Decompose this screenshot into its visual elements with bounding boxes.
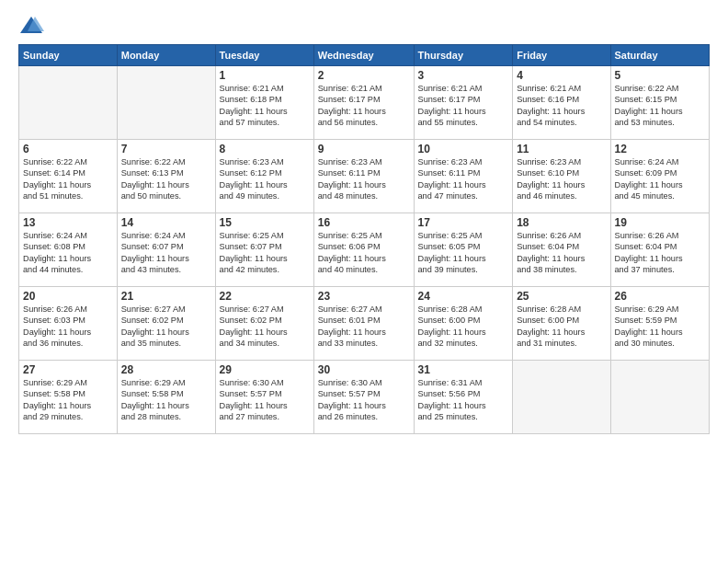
calendar-day-cell: 4Sunrise: 6:21 AM Sunset: 6:16 PM Daylig… bbox=[513, 66, 610, 140]
day-info: Sunrise: 6:23 AM Sunset: 6:10 PM Dayligh… bbox=[517, 156, 606, 202]
day-number: 5 bbox=[615, 69, 706, 82]
calendar-day-cell: 12Sunrise: 6:24 AM Sunset: 6:09 PM Dayli… bbox=[610, 140, 710, 213]
day-number: 1 bbox=[220, 69, 310, 82]
day-info: Sunrise: 6:30 AM Sunset: 5:57 PM Dayligh… bbox=[318, 377, 410, 423]
header bbox=[18, 15, 710, 37]
calendar-day-cell: 1Sunrise: 6:21 AM Sunset: 6:18 PM Daylig… bbox=[215, 66, 313, 140]
calendar-day-cell: 9Sunrise: 6:23 AM Sunset: 6:11 PM Daylig… bbox=[313, 140, 414, 213]
day-info: Sunrise: 6:23 AM Sunset: 6:11 PM Dayligh… bbox=[318, 156, 410, 202]
day-header: Tuesday bbox=[215, 45, 313, 66]
day-info: Sunrise: 6:29 AM Sunset: 5:58 PM Dayligh… bbox=[23, 377, 113, 423]
day-header: Thursday bbox=[414, 45, 513, 66]
day-header: Sunday bbox=[19, 45, 118, 66]
day-number: 2 bbox=[318, 69, 410, 82]
calendar-day-cell: 31Sunrise: 6:31 AM Sunset: 5:56 PM Dayli… bbox=[414, 361, 513, 434]
day-info: Sunrise: 6:22 AM Sunset: 6:13 PM Dayligh… bbox=[121, 156, 211, 202]
day-number: 9 bbox=[318, 143, 410, 155]
day-number: 26 bbox=[615, 290, 706, 303]
day-info: Sunrise: 6:22 AM Sunset: 6:15 PM Dayligh… bbox=[615, 83, 706, 129]
day-number: 14 bbox=[121, 216, 211, 229]
day-info: Sunrise: 6:21 AM Sunset: 6:16 PM Dayligh… bbox=[517, 83, 606, 129]
calendar-week-row: 13Sunrise: 6:24 AM Sunset: 6:08 PM Dayli… bbox=[19, 213, 710, 287]
calendar-day-cell: 21Sunrise: 6:27 AM Sunset: 6:02 PM Dayli… bbox=[117, 287, 215, 361]
day-info: Sunrise: 6:25 AM Sunset: 6:05 PM Dayligh… bbox=[418, 230, 509, 276]
day-info: Sunrise: 6:26 AM Sunset: 6:04 PM Dayligh… bbox=[615, 230, 706, 276]
calendar-day-cell: 27Sunrise: 6:29 AM Sunset: 5:58 PM Dayli… bbox=[19, 361, 118, 434]
day-info: Sunrise: 6:23 AM Sunset: 6:12 PM Dayligh… bbox=[220, 156, 310, 202]
day-header: Monday bbox=[117, 45, 215, 66]
calendar-day-cell: 10Sunrise: 6:23 AM Sunset: 6:11 PM Dayli… bbox=[414, 140, 513, 213]
day-number: 30 bbox=[318, 363, 410, 376]
calendar-day-cell: 19Sunrise: 6:26 AM Sunset: 6:04 PM Dayli… bbox=[610, 213, 710, 287]
day-number: 28 bbox=[121, 363, 211, 376]
day-number: 18 bbox=[517, 216, 606, 229]
day-number: 4 bbox=[517, 69, 606, 82]
day-number: 20 bbox=[23, 290, 113, 303]
day-number: 31 bbox=[418, 363, 509, 376]
day-number: 7 bbox=[121, 143, 211, 155]
calendar-body: 1Sunrise: 6:21 AM Sunset: 6:18 PM Daylig… bbox=[19, 66, 710, 434]
calendar-day-cell: 3Sunrise: 6:21 AM Sunset: 6:17 PM Daylig… bbox=[414, 66, 513, 140]
day-info: Sunrise: 6:25 AM Sunset: 6:07 PM Dayligh… bbox=[220, 230, 310, 276]
day-number: 6 bbox=[23, 143, 113, 155]
day-number: 17 bbox=[418, 216, 509, 229]
calendar-day-cell: 24Sunrise: 6:28 AM Sunset: 6:00 PM Dayli… bbox=[414, 287, 513, 361]
calendar-day-cell: 23Sunrise: 6:27 AM Sunset: 6:01 PM Dayli… bbox=[313, 287, 414, 361]
day-info: Sunrise: 6:31 AM Sunset: 5:56 PM Dayligh… bbox=[418, 377, 509, 423]
calendar-day-cell: 2Sunrise: 6:21 AM Sunset: 6:17 PM Daylig… bbox=[313, 66, 414, 140]
day-info: Sunrise: 6:24 AM Sunset: 6:07 PM Dayligh… bbox=[121, 230, 211, 276]
day-info: Sunrise: 6:28 AM Sunset: 6:00 PM Dayligh… bbox=[517, 304, 606, 350]
calendar-day-cell: 8Sunrise: 6:23 AM Sunset: 6:12 PM Daylig… bbox=[215, 140, 313, 213]
calendar-day-cell bbox=[610, 361, 710, 434]
day-number: 29 bbox=[220, 363, 310, 376]
calendar-day-cell bbox=[117, 66, 215, 140]
calendar: SundayMondayTuesdayWednesdayThursdayFrid… bbox=[18, 44, 710, 434]
page: SundayMondayTuesdayWednesdayThursdayFrid… bbox=[0, 0, 728, 563]
calendar-day-cell bbox=[513, 361, 610, 434]
day-info: Sunrise: 6:26 AM Sunset: 6:04 PM Dayligh… bbox=[517, 230, 606, 276]
calendar-day-cell: 7Sunrise: 6:22 AM Sunset: 6:13 PM Daylig… bbox=[117, 140, 215, 213]
calendar-day-cell: 25Sunrise: 6:28 AM Sunset: 6:00 PM Dayli… bbox=[513, 287, 610, 361]
day-info: Sunrise: 6:26 AM Sunset: 6:03 PM Dayligh… bbox=[23, 304, 113, 350]
day-number: 11 bbox=[517, 143, 606, 155]
day-number: 12 bbox=[615, 143, 706, 155]
day-header: Friday bbox=[513, 45, 610, 66]
day-number: 27 bbox=[23, 363, 113, 376]
day-info: Sunrise: 6:27 AM Sunset: 6:01 PM Dayligh… bbox=[318, 304, 410, 350]
calendar-day-cell: 26Sunrise: 6:29 AM Sunset: 5:59 PM Dayli… bbox=[610, 287, 710, 361]
day-info: Sunrise: 6:23 AM Sunset: 6:11 PM Dayligh… bbox=[418, 156, 509, 202]
calendar-day-cell: 15Sunrise: 6:25 AM Sunset: 6:07 PM Dayli… bbox=[215, 213, 313, 287]
day-number: 8 bbox=[220, 143, 310, 155]
day-number: 13 bbox=[23, 216, 113, 229]
calendar-day-cell: 29Sunrise: 6:30 AM Sunset: 5:57 PM Dayli… bbox=[215, 361, 313, 434]
logo bbox=[18, 15, 48, 37]
day-header: Saturday bbox=[610, 45, 710, 66]
calendar-header: SundayMondayTuesdayWednesdayThursdayFrid… bbox=[19, 45, 710, 66]
calendar-day-cell: 30Sunrise: 6:30 AM Sunset: 5:57 PM Dayli… bbox=[313, 361, 414, 434]
day-info: Sunrise: 6:24 AM Sunset: 6:09 PM Dayligh… bbox=[615, 156, 706, 202]
day-info: Sunrise: 6:21 AM Sunset: 6:18 PM Dayligh… bbox=[220, 83, 310, 129]
calendar-day-cell: 5Sunrise: 6:22 AM Sunset: 6:15 PM Daylig… bbox=[610, 66, 710, 140]
calendar-day-cell: 6Sunrise: 6:22 AM Sunset: 6:14 PM Daylig… bbox=[19, 140, 118, 213]
day-number: 10 bbox=[418, 143, 509, 155]
calendar-day-cell: 20Sunrise: 6:26 AM Sunset: 6:03 PM Dayli… bbox=[19, 287, 118, 361]
day-header: Wednesday bbox=[313, 45, 414, 66]
calendar-day-cell: 11Sunrise: 6:23 AM Sunset: 6:10 PM Dayli… bbox=[513, 140, 610, 213]
day-info: Sunrise: 6:28 AM Sunset: 6:00 PM Dayligh… bbox=[418, 304, 509, 350]
calendar-day-cell bbox=[19, 66, 118, 140]
day-number: 24 bbox=[418, 290, 509, 303]
logo-icon bbox=[18, 15, 44, 37]
day-info: Sunrise: 6:29 AM Sunset: 5:59 PM Dayligh… bbox=[615, 304, 706, 350]
calendar-day-cell: 22Sunrise: 6:27 AM Sunset: 6:02 PM Dayli… bbox=[215, 287, 313, 361]
day-number: 19 bbox=[615, 216, 706, 229]
calendar-day-cell: 17Sunrise: 6:25 AM Sunset: 6:05 PM Dayli… bbox=[414, 213, 513, 287]
day-info: Sunrise: 6:21 AM Sunset: 6:17 PM Dayligh… bbox=[418, 83, 509, 129]
calendar-week-row: 1Sunrise: 6:21 AM Sunset: 6:18 PM Daylig… bbox=[19, 66, 710, 140]
day-number: 23 bbox=[318, 290, 410, 303]
header-row: SundayMondayTuesdayWednesdayThursdayFrid… bbox=[19, 45, 710, 66]
day-number: 21 bbox=[121, 290, 211, 303]
calendar-week-row: 6Sunrise: 6:22 AM Sunset: 6:14 PM Daylig… bbox=[19, 140, 710, 213]
day-info: Sunrise: 6:24 AM Sunset: 6:08 PM Dayligh… bbox=[23, 230, 113, 276]
day-number: 3 bbox=[418, 69, 509, 82]
calendar-week-row: 20Sunrise: 6:26 AM Sunset: 6:03 PM Dayli… bbox=[19, 287, 710, 361]
